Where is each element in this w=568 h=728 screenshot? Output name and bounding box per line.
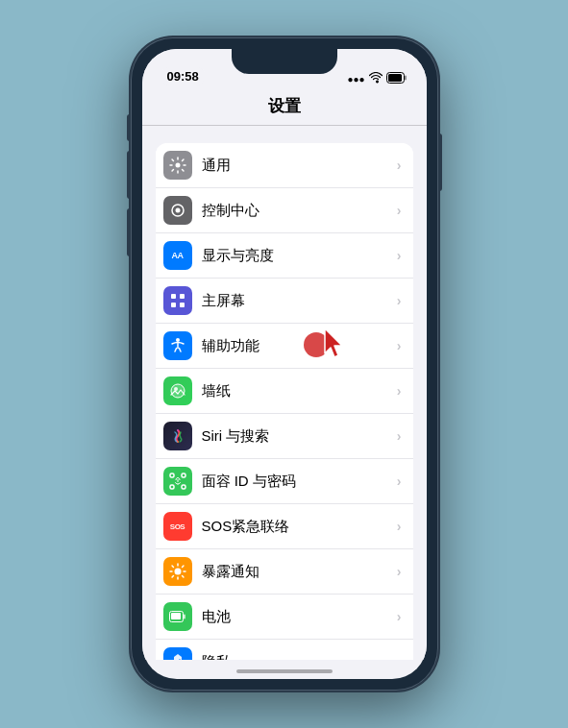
settings-group-1: 通用 › 控制中心 › A [156,143,413,660]
settings-item-display[interactable]: AA 显示与亮度 › [156,233,413,279]
accessibility-chevron: › [397,338,402,353]
accessibility-label: 辅助功能 [202,337,397,355]
notch [232,49,337,74]
exposure-label: 暴露通知 [202,563,397,581]
wifi-icon [369,72,383,85]
siri-label: Siri 与搜索 [202,427,397,446]
exposure-icon [163,557,192,586]
settings-item-privacy[interactable]: 隐私 › [156,640,413,660]
settings-list[interactable]: 通用 › 控制中心 › A [142,126,427,660]
svg-rect-16 [182,485,185,489]
homescreen-icon [163,286,192,315]
display-icon: AA [163,241,192,270]
sos-icon: SOS [163,512,192,541]
general-label: 通用 [202,157,397,175]
svg-rect-8 [171,303,176,307]
battery-status-icon [386,72,407,85]
svg-point-3 [175,163,180,168]
siri-icon [163,422,192,450]
settings-item-siri[interactable]: Siri 与搜索 › [156,414,413,459]
settings-item-battery[interactable]: 电池 › [156,595,413,640]
svg-rect-6 [171,294,176,299]
faceid-label: 面容 ID 与密码 [202,473,397,491]
settings-item-sos[interactable]: SOS SOS紧急联络 › [156,504,413,549]
general-icon [163,151,192,180]
home-indicator[interactable] [236,669,333,673]
svg-point-11 [171,384,185,398]
svg-rect-1 [388,74,402,82]
mute-button[interactable] [127,114,131,141]
phone-frame: 09:58 ●●● [131,37,438,691]
homescreen-chevron: › [397,293,402,308]
svg-rect-9 [180,303,185,307]
wallpaper-icon [163,376,192,405]
phone-screen: 09:58 ●●● [142,49,427,679]
svg-point-17 [174,569,181,575]
signal-icon: ●●● [347,74,364,85]
control-center-label: 控制中心 [202,202,397,220]
svg-rect-7 [180,294,185,299]
sos-label: SOS紧急联络 [202,518,397,536]
settings-item-homescreen[interactable]: 主屏幕 › [156,279,413,324]
svg-point-5 [175,208,180,213]
display-label: 显示与亮度 [202,247,397,265]
settings-item-wallpaper[interactable]: 墙纸 › [156,369,413,414]
svg-rect-19 [171,613,181,619]
general-chevron: › [397,158,402,173]
svg-rect-15 [170,485,174,489]
homescreen-label: 主屏幕 [202,292,397,310]
wallpaper-chevron: › [397,383,402,399]
wallpaper-label: 墙纸 [202,382,397,400]
settings-item-general[interactable]: 通用 › [156,143,413,188]
svg-rect-13 [170,473,174,477]
exposure-chevron: › [397,564,402,579]
control-center-icon [163,196,192,225]
settings-item-exposure[interactable]: 暴露通知 › [156,549,413,595]
privacy-icon [163,647,192,660]
nav-bar: 设置 [142,91,427,126]
power-button[interactable] [438,133,442,191]
faceid-chevron: › [397,473,402,489]
settings-item-accessibility[interactable]: 辅助功能 › [156,324,413,369]
battery-chevron: › [397,609,402,624]
siri-chevron: › [397,428,402,444]
faceid-icon [163,467,192,496]
volume-down-button[interactable] [127,208,131,256]
svg-rect-14 [182,473,185,477]
svg-point-10 [176,338,180,342]
privacy-chevron: › [397,654,402,660]
battery-label: 电池 [202,608,397,626]
volume-up-button[interactable] [127,151,131,199]
control-center-chevron: › [397,203,402,218]
status-icons: ●●● [347,72,407,85]
svg-point-12 [174,387,178,391]
accessibility-icon [163,331,192,360]
display-chevron: › [397,248,402,263]
status-time: 09:58 [161,67,205,85]
svg-rect-20 [184,615,185,619]
settings-item-faceid[interactable]: 面容 ID 与密码 › [156,459,413,504]
svg-rect-2 [405,76,407,81]
settings-item-control-center[interactable]: 控制中心 › [156,188,413,233]
privacy-label: 隐私 [202,653,397,661]
page-title: 设置 [268,97,301,115]
sos-chevron: › [397,519,402,534]
battery-icon [163,602,192,631]
